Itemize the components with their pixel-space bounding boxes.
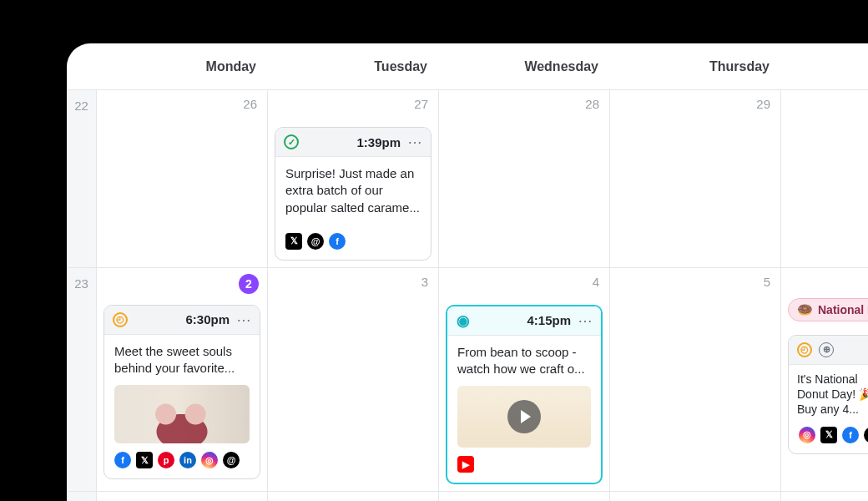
- threads-icon: @: [864, 427, 868, 443]
- day-cell[interactable]: 9: [97, 492, 268, 501]
- day-cell[interactable]: 28: [439, 90, 610, 268]
- instagram-icon: ◎: [799, 427, 815, 443]
- linkedin-icon: in: [179, 452, 196, 468]
- post-card[interactable]: ◴ 6:30pm … Meet the sweet souls behind y…: [103, 305, 260, 480]
- post-card[interactable]: ◴ ⊕ 9:45a It's National Donut Day! 🎉 Buy…: [788, 335, 868, 454]
- day-cell[interactable]: [781, 90, 868, 268]
- x-icon: 𝕏: [285, 233, 302, 250]
- weekday-header-mon: Monday: [97, 43, 268, 90]
- globe-icon: ⊕: [819, 342, 834, 357]
- day-cell[interactable]: 2 ◴ 6:30pm … Meet the sweet souls behind…: [97, 268, 268, 493]
- day-cell[interactable]: 5: [610, 268, 781, 493]
- post-networks: ◎ 𝕏 f @: [789, 418, 868, 453]
- day-cell[interactable]: 12: [610, 492, 781, 501]
- donut-icon: 🍩: [797, 302, 813, 317]
- day-cell[interactable]: 26: [97, 90, 268, 268]
- facebook-icon: f: [842, 427, 859, 443]
- weekday-header-fri: [781, 43, 868, 90]
- day-number: 5: [764, 275, 770, 289]
- post-card-header: ◴ 6:30pm …: [104, 306, 260, 335]
- day-number: 27: [414, 97, 428, 111]
- day-cell[interactable]: 🍩 National Donut ◴ ⊕ 9:45a It's National…: [781, 268, 868, 493]
- day-number: 29: [756, 97, 770, 111]
- day-cell[interactable]: 29: [610, 90, 781, 268]
- post-text: From bean to scoop - watch how we craft …: [447, 336, 601, 387]
- pinterest-icon: p: [158, 452, 174, 468]
- post-networks: f 𝕏 p in ◎ @: [104, 443, 260, 478]
- post-text: Surprise! Just made an extra batch of ou…: [275, 157, 431, 225]
- play-icon[interactable]: [507, 400, 541, 433]
- day-cell[interactable]: 27 ✓ 1:39pm … Surprise! Just made an ext…: [268, 90, 439, 268]
- post-card-header: ◉ 4:15pm …: [447, 306, 601, 336]
- x-icon: 𝕏: [820, 427, 837, 443]
- post-video-thumbnail[interactable]: [457, 386, 591, 448]
- day-cell[interactable]: 4 ◉ 4:15pm … From bean to scoop - watch …: [439, 268, 610, 493]
- threads-icon: @: [223, 452, 240, 468]
- day-cell[interactable]: [781, 492, 868, 501]
- week-index: 23: [67, 268, 97, 493]
- weekday-header-thu: Thursday: [610, 43, 781, 90]
- day-number: 26: [243, 97, 257, 111]
- more-icon[interactable]: …: [236, 309, 251, 324]
- more-icon[interactable]: …: [407, 131, 422, 146]
- post-thumbnail: [114, 385, 250, 443]
- clock-icon: ◴: [113, 312, 128, 327]
- calendar-grid: Monday Tuesday Wednesday Thursday 22 26 …: [67, 43, 868, 501]
- holiday-event-pill[interactable]: 🍩 National Donut: [788, 298, 868, 321]
- check-circle-icon: ✓: [284, 134, 299, 149]
- youtube-icon: ▶: [457, 456, 474, 473]
- post-text: Meet the sweet souls behind your favorit…: [104, 335, 260, 386]
- post-card[interactable]: ◉ 4:15pm … From bean to scoop - watch ho…: [446, 305, 603, 485]
- day-cell[interactable]: 10: [268, 492, 439, 501]
- holiday-event-label: National Donut: [818, 303, 868, 316]
- post-card[interactable]: ✓ 1:39pm … Surprise! Just made an extra …: [275, 127, 431, 261]
- clock-icon: ◴: [797, 342, 812, 357]
- more-icon[interactable]: …: [578, 310, 593, 325]
- facebook-icon: f: [114, 452, 131, 468]
- post-card-header: ◴ ⊕ 9:45a: [789, 336, 868, 365]
- header-spacer: [67, 43, 97, 90]
- post-networks: ▶: [447, 448, 601, 483]
- week-index: 24: [67, 492, 97, 501]
- post-card-header: ✓ 1:39pm …: [275, 128, 431, 157]
- post-networks: 𝕏 @ f: [275, 225, 431, 260]
- eye-icon: ◉: [456, 313, 471, 328]
- x-icon: 𝕏: [136, 452, 153, 468]
- week-index: 22: [67, 90, 97, 268]
- day-cell[interactable]: 11: [439, 492, 610, 501]
- calendar-window: Monday Tuesday Wednesday Thursday 22 26 …: [67, 43, 868, 501]
- day-number: 4: [593, 275, 599, 289]
- facebook-icon: f: [329, 233, 346, 250]
- day-number: 28: [585, 97, 599, 111]
- event-count-badge[interactable]: 2: [239, 274, 259, 294]
- post-time: 4:15pm: [477, 313, 571, 327]
- weekday-header-tue: Tuesday: [268, 43, 439, 90]
- post-text: It's National Donut Day! 🎉 Buy any 4...: [797, 372, 868, 418]
- threads-icon: @: [307, 233, 324, 250]
- post-time: 6:30pm: [134, 312, 230, 326]
- post-time: 1:39pm: [305, 135, 401, 149]
- instagram-icon: ◎: [201, 452, 218, 468]
- post-time: 9:45a: [840, 342, 868, 357]
- day-cell[interactable]: 3: [268, 268, 439, 493]
- weekday-header-wed: Wednesday: [439, 43, 610, 90]
- day-number: 3: [421, 275, 428, 289]
